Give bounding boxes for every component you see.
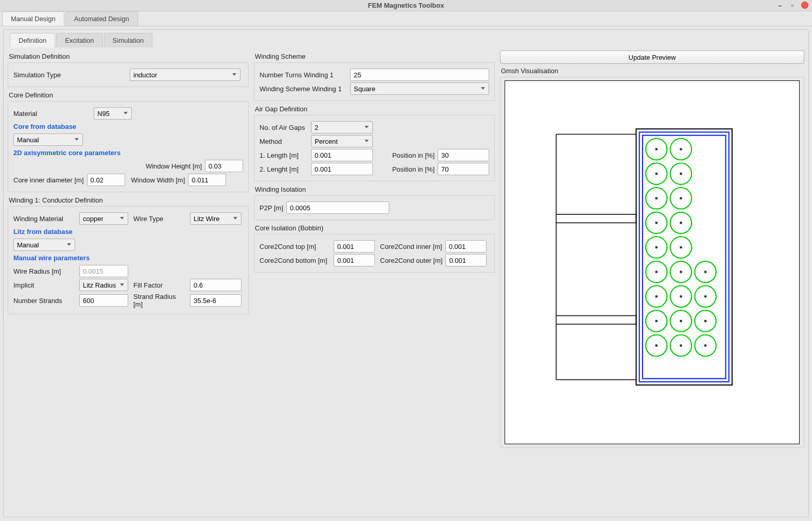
tab-label: Automated Design — [74, 15, 129, 23]
link-core-from-database[interactable]: Core from database — [13, 123, 243, 130]
input-c2c-top[interactable] — [334, 240, 375, 253]
select-n-airgaps[interactable]: 2 — [311, 121, 373, 133]
label-simulation-type: Simulation Type — [13, 71, 127, 79]
svg-rect-33 — [680, 271, 682, 273]
input-strand-radius[interactable] — [190, 294, 241, 307]
svg-rect-39 — [680, 295, 682, 297]
input-turns[interactable] — [350, 69, 489, 81]
gmsh-canvas-icon — [505, 80, 800, 444]
svg-rect-51 — [680, 344, 682, 346]
heading-core-iso: Core Isolation (Bobbin) — [255, 224, 495, 232]
label-p2p: P2P [m] — [260, 204, 283, 212]
select-implicit[interactable]: Litz Radius — [79, 279, 128, 291]
input-length1[interactable] — [311, 149, 373, 161]
tab-automated-design[interactable]: Automated Design — [65, 11, 138, 26]
label-method: Method — [260, 138, 308, 145]
label-scheme: Winding Scheme Winding 1 — [260, 85, 347, 93]
svg-rect-31 — [655, 271, 658, 273]
input-window-width[interactable] — [188, 174, 226, 186]
group-core-iso: Core2Cond top [m] Core2Cond inner [m] Co… — [254, 234, 495, 273]
button-label: Update Preview — [629, 54, 676, 61]
tab-label: Simulation — [113, 37, 144, 44]
heading-simulation-definition: Simulation Definition — [9, 53, 249, 60]
link-axisymmetric[interactable]: 2D axisymmetric core parameters — [13, 149, 243, 157]
select-material[interactable]: N95 — [94, 107, 132, 120]
svg-rect-11 — [655, 148, 658, 150]
input-window-height[interactable] — [205, 160, 243, 172]
svg-rect-27 — [655, 246, 658, 248]
label-n-airgaps: No. of Air Gaps — [260, 124, 308, 131]
link-litz-from-database[interactable]: Litz from database — [13, 228, 243, 236]
heading-winding-iso: Winding Isolation — [255, 186, 495, 193]
window-title: FEM Magnetics Toolbox — [368, 2, 444, 9]
tab-label: Manual Design — [11, 15, 56, 23]
input-pos2[interactable] — [438, 163, 489, 175]
heading-core-definition: Core Definition — [9, 91, 249, 99]
label-length1: 1. Length [m] — [260, 152, 308, 159]
input-p2p[interactable] — [286, 201, 389, 214]
select-wire-type[interactable]: Litz Wire — [190, 212, 241, 225]
tab-label: Excitation — [65, 37, 94, 44]
group-airgap: No. of Air Gaps 2 Method Percent 1. Leng… — [254, 115, 495, 181]
input-number-strands[interactable] — [79, 294, 128, 307]
select-litz-db[interactable]: Manual — [13, 239, 75, 251]
svg-rect-29 — [680, 246, 682, 248]
svg-rect-41 — [704, 295, 706, 297]
input-c2c-outer[interactable] — [445, 254, 487, 266]
svg-rect-17 — [680, 173, 682, 175]
group-winding-scheme: Number Turns Winding 1 Winding Scheme Wi… — [254, 62, 495, 101]
label-wire-radius: Wire Radius [m] — [13, 267, 76, 275]
label-number-strands: Number Strands — [13, 297, 76, 305]
label-pos2: Position in [%] — [392, 165, 435, 173]
svg-rect-35 — [704, 271, 706, 273]
svg-rect-13 — [680, 148, 682, 150]
select-method[interactable]: Percent — [311, 135, 373, 147]
group-core-definition: Material N95 Core from database Manual 2… — [8, 101, 249, 192]
tab-definition[interactable]: Definition — [10, 33, 55, 47]
select-scheme[interactable]: Square — [350, 82, 489, 95]
heading-airgap: Air Gap Definition — [255, 105, 495, 113]
select-winding-material[interactable]: copper — [79, 212, 128, 225]
svg-rect-47 — [704, 320, 706, 322]
input-length2[interactable] — [311, 163, 373, 175]
close-icon[interactable] — [801, 1, 809, 9]
group-simulation-definition: Simulation Type inductor — [8, 62, 249, 87]
tab-simulation[interactable]: Simulation — [104, 33, 153, 47]
title-bar: FEM Magnetics Toolbox – ▫ — [0, 0, 812, 11]
svg-rect-21 — [680, 197, 682, 199]
button-update-preview[interactable]: Update Preview — [500, 51, 804, 64]
input-pos1[interactable] — [438, 149, 489, 161]
tab-excitation[interactable]: Excitation — [56, 33, 102, 47]
label-material: Material — [13, 110, 91, 117]
input-c2c-inner[interactable] — [445, 240, 487, 253]
label-winding-material: Winding Material — [13, 215, 76, 223]
input-c2c-bottom[interactable] — [334, 254, 375, 266]
input-fill-factor[interactable] — [190, 279, 241, 291]
label-window-height: Window Height [m] — [146, 162, 202, 170]
svg-rect-1 — [556, 214, 636, 223]
svg-rect-49 — [655, 344, 658, 346]
maximize-icon[interactable]: ▫ — [788, 1, 797, 9]
label-c2c-top: Core2Cond top [m] — [260, 243, 331, 250]
minimize-icon[interactable]: – — [776, 1, 784, 9]
svg-rect-2 — [556, 316, 636, 325]
input-wire-radius — [79, 265, 128, 277]
label-fill-factor: Fill Factor — [133, 281, 187, 289]
group-winding-definition: Winding Material copper Wire Type Litz W… — [8, 206, 249, 314]
group-winding-iso: P2P [m] — [254, 195, 495, 220]
heading-winding-scheme: Winding Scheme — [255, 53, 495, 60]
label-core-inner-diameter: Core inner diameter [m] — [13, 176, 84, 184]
outer-tabhost: Manual Design Automated Design — [0, 11, 812, 26]
select-core-db[interactable]: Manual — [13, 133, 83, 146]
svg-rect-15 — [655, 173, 658, 175]
tab-label: Definition — [19, 37, 46, 44]
label-length2: 2. Lenght [m] — [260, 165, 308, 173]
link-manual-wire-params[interactable]: Manual wire parameters — [13, 254, 243, 262]
label-wire-type: Wire Type — [133, 215, 187, 223]
select-simulation-type[interactable]: inductor — [130, 69, 240, 81]
input-core-inner-diameter[interactable] — [87, 174, 125, 186]
heading-gmsh: Gmsh Visualisation — [501, 67, 804, 75]
tab-manual-design[interactable]: Manual Design — [2, 11, 64, 26]
label-c2c-inner: Core2Cond inner [m] — [380, 243, 442, 250]
preview-frame — [500, 77, 804, 448]
